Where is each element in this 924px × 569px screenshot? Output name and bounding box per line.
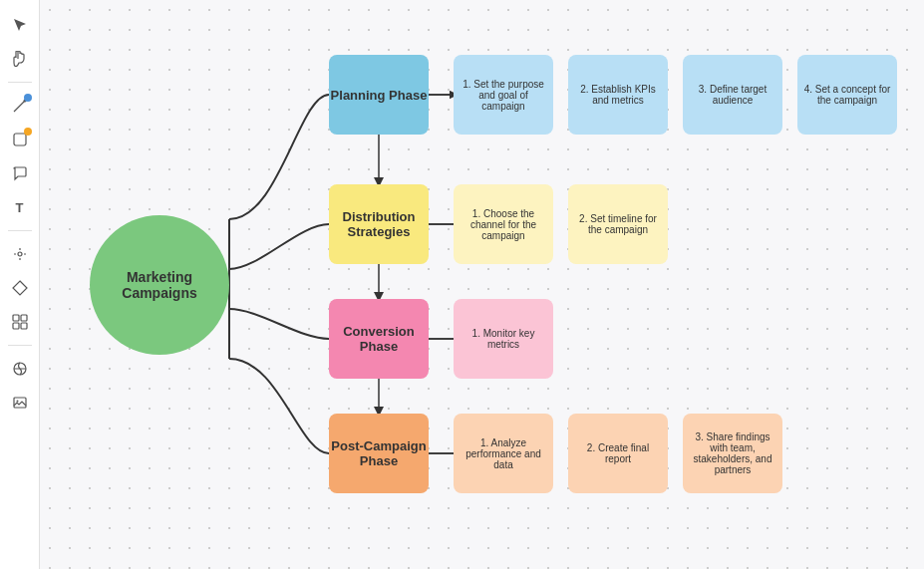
shape-tool[interactable]	[5, 125, 35, 154]
cursor-tool[interactable]	[5, 10, 35, 40]
central-node-label: Marketing Campaigns	[90, 269, 229, 301]
svg-rect-8	[14, 398, 26, 408]
toolbar: T	[0, 0, 40, 569]
conversion-sub-1: 1. Monitor key metrics	[454, 299, 553, 379]
phase-conversion[interactable]: Conversion Phase	[329, 299, 429, 379]
distribution-sub-1: 1. Choose the channel for the campaign	[454, 184, 553, 264]
postcampaign-sub-1: 1. Analyze performance and data	[454, 414, 553, 493]
phase-conversion-label: Conversion Phase	[329, 324, 429, 354]
hand-tool[interactable]	[5, 44, 35, 74]
planning-sub-2-text: 2. Establish KPIs and metrics	[574, 84, 662, 106]
phase-distribution[interactable]: Distribution Strategies	[329, 184, 429, 264]
central-node[interactable]: Marketing Campaigns	[90, 215, 229, 355]
conversion-sub-1-text: 1. Monitor key metrics	[460, 328, 547, 350]
postcampaign-sub-3-text: 3. Share findings with team, stakeholder…	[689, 431, 776, 475]
planning-sub-3: 3. Define target audience	[683, 55, 782, 135]
phase-postcampaign[interactable]: Post-Campaign Phase	[329, 414, 429, 493]
planning-sub-3-text: 3. Define target audience	[689, 84, 776, 106]
pen-tool[interactable]	[5, 91, 35, 121]
svg-rect-3	[13, 315, 19, 321]
planning-sub-4: 4. Set a concept for the campaign	[797, 55, 897, 135]
phase-postcampaign-label: Post-Campaign Phase	[329, 438, 429, 468]
planning-sub-1: 1. Set the purpose and goal of campaign	[454, 55, 553, 135]
separator-1	[8, 82, 32, 83]
plugin-tool[interactable]	[5, 239, 35, 269]
distribution-sub-1-text: 1. Choose the channel for the campaign	[460, 208, 547, 241]
phase-planning[interactable]: Planning Phase	[329, 55, 429, 135]
svg-rect-1	[14, 134, 26, 145]
distribution-sub-2: 2. Set timeline for the campaign	[568, 184, 668, 264]
canvas: Marketing Campaigns Planning Phase Distr…	[40, 0, 924, 569]
postcampaign-sub-2-text: 2. Create final report	[574, 442, 662, 464]
distribution-sub-2-text: 2. Set timeline for the campaign	[574, 213, 662, 235]
separator-2	[8, 230, 32, 231]
shape-tool-dot	[24, 128, 32, 136]
planning-sub-1-text: 1. Set the purpose and goal of campaign	[460, 79, 547, 112]
postcampaign-sub-1-text: 1. Analyze performance and data	[460, 437, 547, 470]
planning-sub-2: 2. Establish KPIs and metrics	[568, 55, 668, 135]
component-tool[interactable]	[5, 273, 35, 303]
planning-sub-4-text: 4. Set a concept for the campaign	[803, 84, 891, 106]
image-tool[interactable]	[5, 388, 35, 418]
layout-tool[interactable]	[5, 307, 35, 337]
svg-rect-6	[21, 323, 27, 329]
svg-point-9	[16, 401, 18, 403]
comment-tool[interactable]	[5, 158, 35, 188]
svg-rect-5	[13, 323, 19, 329]
phase-planning-label: Planning Phase	[331, 88, 428, 103]
globe-tool[interactable]	[5, 354, 35, 384]
svg-point-2	[18, 252, 22, 256]
phase-distribution-label: Distribution Strategies	[329, 209, 429, 239]
separator-3	[8, 345, 32, 346]
postcampaign-sub-2: 2. Create final report	[568, 414, 668, 493]
svg-rect-4	[21, 315, 27, 321]
text-tool[interactable]: T	[5, 192, 35, 222]
postcampaign-sub-3: 3. Share findings with team, stakeholder…	[683, 414, 782, 493]
text-tool-label: T	[16, 200, 24, 215]
pen-tool-dot	[24, 94, 32, 102]
